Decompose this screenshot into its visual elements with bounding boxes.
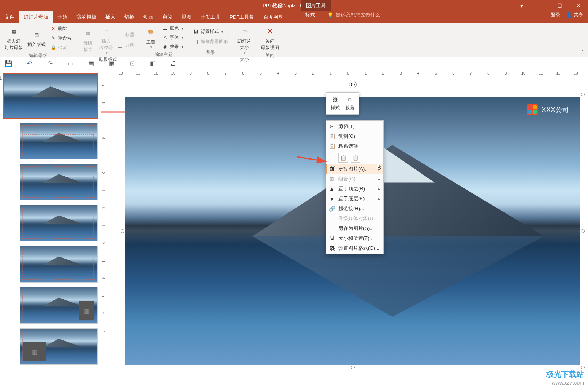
tab-pdf-tools[interactable]: PDF工具集: [225, 11, 259, 23]
resize-handle-bm[interactable]: [351, 366, 355, 369]
group-label: 背景: [191, 49, 229, 56]
checkbox-icon: [118, 43, 122, 48]
style-icon: 🖼: [331, 96, 339, 104]
ribbon-group-edit-theme: 🎨主题▾ ▬颜色▾ A字体▾ ◉效果▾ 编辑主题: [139, 23, 188, 57]
preserve-button[interactable]: 🔒保留: [49, 44, 73, 52]
layout-thumbnail[interactable]: [20, 205, 98, 241]
bg-styles-icon: 🖼: [193, 29, 199, 35]
ctx-size-position[interactable]: ⇲大小和位置(Z)...: [326, 233, 383, 243]
master-thumbnail[interactable]: 1: [3, 73, 98, 119]
close-master-icon: ✕: [264, 25, 276, 37]
rotate-handle[interactable]: ↻: [349, 81, 357, 88]
footer-checkbox[interactable]: 页脚: [116, 41, 136, 49]
tab-home[interactable]: 开始: [53, 11, 72, 23]
ctx-change-picture[interactable]: 🖼更改图片(A)...▸: [326, 164, 383, 174]
tab-file[interactable]: 文件: [0, 11, 19, 23]
copy-icon: 📋: [328, 133, 335, 140]
layout-icon: ▤: [30, 29, 43, 41]
tab-review[interactable]: 审阅: [158, 11, 177, 23]
ctx-copy[interactable]: 📋复制(C): [326, 131, 383, 141]
ctx-group: ⊞组合(G)▸: [326, 174, 383, 184]
resize-handle-tl[interactable]: [121, 93, 124, 96]
themes-button[interactable]: 🎨主题▾: [142, 24, 159, 51]
layout-thumbnail[interactable]: ▦: [20, 287, 98, 324]
collapse-ribbon-icon[interactable]: ⌃: [580, 49, 584, 54]
layout-thumbnail[interactable]: ▦: [20, 328, 98, 365]
resize-handle-bl[interactable]: [121, 366, 124, 369]
group-label: 大小: [236, 56, 253, 63]
checkbox-icon: [193, 40, 198, 44]
login-button[interactable]: 登录: [551, 11, 561, 18]
qat-btn-8[interactable]: ◧: [148, 59, 157, 68]
effects-button[interactable]: ◉效果▾: [161, 43, 185, 51]
close-master-view-button[interactable]: ✕关闭 母版视图: [259, 24, 280, 52]
effects-icon: ◉: [162, 44, 168, 50]
resize-handle-tr[interactable]: [581, 93, 585, 96]
close-button[interactable]: ✕: [569, 0, 588, 11]
tab-animations[interactable]: 动画: [139, 11, 158, 23]
ribbon-options-icon[interactable]: ▾: [512, 0, 531, 11]
tab-slide-master[interactable]: 幻灯片母版: [19, 11, 53, 23]
resize-handle-ml[interactable]: [121, 229, 124, 233]
themes-icon: 🎨: [145, 26, 157, 38]
paste-option-2[interactable]: 📋: [351, 153, 360, 163]
tab-developer[interactable]: 开发工具: [196, 11, 225, 23]
horizontal-ruler: 13121110987654321012345678910111213: [112, 70, 588, 77]
slide-size-button[interactable]: ▭幻灯片 大小▾: [236, 24, 253, 56]
tab-insert[interactable]: 插入: [101, 11, 120, 23]
hide-bg-checkbox[interactable]: 隐藏背景图形: [191, 38, 229, 46]
title-checkbox[interactable]: 标题: [116, 31, 136, 39]
tab-format[interactable]: 格式: [301, 11, 320, 18]
resize-handle-br[interactable]: [581, 366, 585, 369]
layout-thumbnail[interactable]: [20, 164, 98, 200]
fonts-button[interactable]: A字体▾: [161, 34, 185, 42]
rename-button[interactable]: ✎重命名: [49, 34, 73, 42]
paste-option-1[interactable]: 📋: [338, 153, 348, 163]
style-button[interactable]: 🖼样式: [328, 95, 342, 112]
ctx-format-picture[interactable]: 🖼设置图片格式(O)...: [326, 243, 383, 253]
colors-button[interactable]: ▬颜色▾: [161, 24, 185, 32]
size-pos-icon: ⇲: [328, 235, 335, 242]
ctx-save-as-pic[interactable]: 另存为图片(S)...: [326, 224, 383, 233]
watermark: 极光下载站 www.xz7.com: [546, 369, 584, 386]
ctx-hyperlink[interactable]: 🔗超链接(H)...: [326, 204, 383, 214]
group-label: 编辑母版: [3, 52, 73, 59]
window-controls: ▾ — ☐ ✕: [512, 0, 588, 11]
ribbon-group-edit-master: ▦ 插入幻 灯片母版 ▤ 插入版式 ✕删除 ✎重命名 🔒保留 编辑母版: [0, 23, 76, 57]
redo-button[interactable]: ↷: [46, 59, 54, 68]
insert-placeholder-button[interactable]: ▭插入 占位符▾: [98, 24, 115, 56]
paste-options: 📋 📋: [326, 151, 383, 164]
submenu-arrow-icon: ▸: [378, 177, 380, 181]
qat-btn-9[interactable]: 🖨: [169, 59, 177, 68]
tab-transitions[interactable]: 切换: [120, 11, 139, 23]
preserve-icon: 🔒: [50, 45, 56, 51]
background-styles-button[interactable]: 🖼背景样式▾: [191, 27, 229, 35]
crop-button[interactable]: ⧉裁剪: [343, 95, 357, 112]
layout-thumbnail[interactable]: [20, 123, 98, 159]
layout-thumbnail[interactable]: [20, 246, 98, 283]
tell-me-search[interactable]: 💡 告诉我您想要做什么...: [327, 11, 384, 18]
share-button[interactable]: 👤 共享: [566, 11, 583, 18]
tab-baidu-netdisk[interactable]: 百度网盘: [259, 11, 288, 23]
thumbnail-pane[interactable]: 1 ▦ ▦: [0, 70, 101, 388]
save-button[interactable]: 💾: [5, 59, 13, 68]
group-icon: ⊞: [328, 176, 335, 182]
qat-btn-4[interactable]: ▭: [66, 59, 75, 68]
undo-button[interactable]: ↶: [25, 59, 33, 68]
group-label: 母版版式: [80, 56, 136, 63]
ribbon-group-background: 🖼背景样式▾ 隐藏背景图形 背景: [188, 23, 233, 57]
maximize-button[interactable]: ☐: [550, 0, 569, 11]
minimize-button[interactable]: —: [531, 0, 550, 11]
tab-view[interactable]: 视图: [177, 11, 196, 23]
insert-slide-master-button[interactable]: ▦ 插入幻 灯片母版: [3, 24, 24, 52]
paste-icon: 📋: [328, 143, 335, 150]
ctx-bring-front[interactable]: ▲置于顶层(R)▸: [326, 184, 383, 194]
tab-my-templates[interactable]: 我的模板: [72, 11, 101, 23]
ctx-cut[interactable]: ✂剪切(T): [326, 121, 383, 131]
ctx-send-back[interactable]: ▼置于底层(K)▸: [326, 194, 383, 204]
insert-layout-button[interactable]: ▤ 插入版式: [26, 24, 47, 52]
master-layout-button[interactable]: ▦母版 版式: [80, 24, 96, 56]
resize-handle-mr[interactable]: [581, 229, 585, 233]
delete-button[interactable]: ✕删除: [49, 25, 73, 33]
submenu-arrow-icon: ▸: [378, 197, 380, 201]
